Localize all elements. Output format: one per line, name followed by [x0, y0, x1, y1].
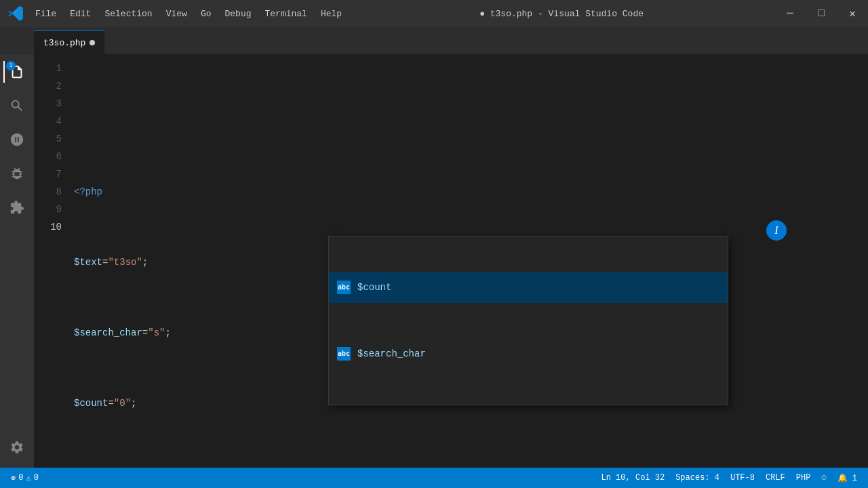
line-ending-text: CRLF [766, 473, 785, 483]
menu-terminal[interactable]: Terminal [258, 0, 314, 27]
tabbar: t3so.php [0, 27, 868, 54]
activity-settings[interactable] [3, 434, 31, 461]
menu-selection[interactable]: Selection [98, 0, 159, 27]
code-line-6: for($x="0"; $x< strlen($text); $x++) [74, 465, 859, 468]
activity-git[interactable] [3, 126, 31, 153]
menu-go[interactable]: Go [194, 0, 218, 27]
spaces-text: Spaces: 4 [675, 473, 719, 483]
status-line-ending[interactable]: CRLF [760, 468, 791, 488]
autocomplete-icon-search-char: abc [337, 347, 351, 361]
status-position[interactable]: Ln 10, Col 32 [596, 468, 671, 488]
php-open-tag: <?php [74, 183, 102, 201]
status-right: Ln 10, Col 32 Spaces: 4 UTF-8 CRLF PHP ☺… [596, 468, 863, 488]
menu-view[interactable]: View [159, 0, 194, 27]
code-line-2: <?php [74, 183, 859, 201]
autocomplete-label-count: $count [357, 279, 391, 296]
code-line-1 [74, 113, 859, 130]
status-left: ⊗ 0 ⚠ 0 [5, 468, 44, 488]
code-content[interactable]: <?php $text="t3so"; $search_char="s"; $c… [71, 54, 859, 468]
tab-modified-dot [90, 40, 95, 45]
menu-debug[interactable]: Debug [218, 0, 258, 27]
autocomplete-item-count[interactable]: abc $count [329, 272, 728, 303]
keyword-for: for [74, 465, 91, 468]
activity-explorer[interactable]: 1 [3, 58, 31, 85]
minimize-button[interactable]: ─ [774, 0, 806, 27]
position-text: Ln 10, Col 32 [601, 473, 665, 483]
warning-count: 0 [34, 473, 39, 483]
error-count: 0 [18, 473, 23, 483]
statusbar: ⊗ 0 ⚠ 0 Ln 10, Col 32 Spaces: 4 UTF-8 CR… [0, 468, 868, 488]
var-search-char: $search_char [74, 324, 142, 342]
menu-edit[interactable]: Edit [63, 0, 98, 27]
autocomplete-label-search-char: $search_char [357, 345, 426, 363]
titlebar-left: File Edit Selection View Go Debug Termin… [0, 0, 349, 27]
vscode-logo [5, 3, 26, 24]
maximize-button[interactable]: □ [806, 0, 837, 27]
explorer-badge: 1 [6, 61, 16, 70]
titlebar-controls: ─ □ ✕ [774, 0, 868, 27]
activity-debug[interactable] [3, 160, 31, 187]
autocomplete-item-search-char[interactable]: abc $search_char [329, 338, 728, 369]
status-notifications[interactable]: 🔔 1 [832, 468, 863, 488]
menu-bar: File Edit Selection View Go Debug Termin… [28, 0, 349, 27]
var-text: $text [74, 253, 102, 271]
warning-icon: ⚠ [26, 473, 31, 483]
language-text: PHP [796, 473, 811, 483]
editor: 1 2 3 4 5 6 7 8 9 10 <?php $text="t3so"; [34, 54, 868, 468]
close-button[interactable]: ✕ [837, 0, 868, 27]
editor-scrollbar[interactable] [859, 54, 868, 468]
menu-help[interactable]: Help [314, 0, 349, 27]
cursor-indicator: I [766, 220, 787, 241]
autocomplete-icon-count: abc [337, 281, 351, 294]
line-numbers: 1 2 3 4 5 6 7 8 9 10 [34, 54, 71, 468]
cursor-icon: I [774, 224, 778, 237]
menu-file[interactable]: File [28, 0, 63, 27]
notifications-text: 🔔 1 [837, 473, 857, 483]
error-icon: ⊗ [11, 473, 16, 483]
encoding-text: UTF-8 [730, 473, 755, 483]
status-errors[interactable]: ⊗ 0 ⚠ 0 [5, 468, 44, 488]
status-feedback[interactable]: ☺ [816, 468, 831, 488]
status-language[interactable]: PHP [791, 468, 816, 488]
window-title: ● t3so.php - Visual Studio Code [349, 9, 774, 19]
activitybar: 1 [0, 54, 34, 468]
activity-search[interactable] [3, 92, 31, 119]
autocomplete-dropdown: abc $count abc $search_char [328, 236, 728, 405]
main-area: 1 [0, 54, 868, 468]
feedback-icon: ☺ [821, 473, 826, 483]
activity-extensions[interactable] [3, 194, 31, 221]
tab-filename: t3so.php [43, 38, 85, 48]
tab-t3so-php[interactable]: t3so.php [34, 30, 104, 54]
titlebar: File Edit Selection View Go Debug Termin… [0, 0, 868, 27]
var-count: $count [74, 394, 108, 412]
status-spaces[interactable]: Spaces: 4 [670, 468, 725, 488]
status-encoding[interactable]: UTF-8 [725, 468, 760, 488]
